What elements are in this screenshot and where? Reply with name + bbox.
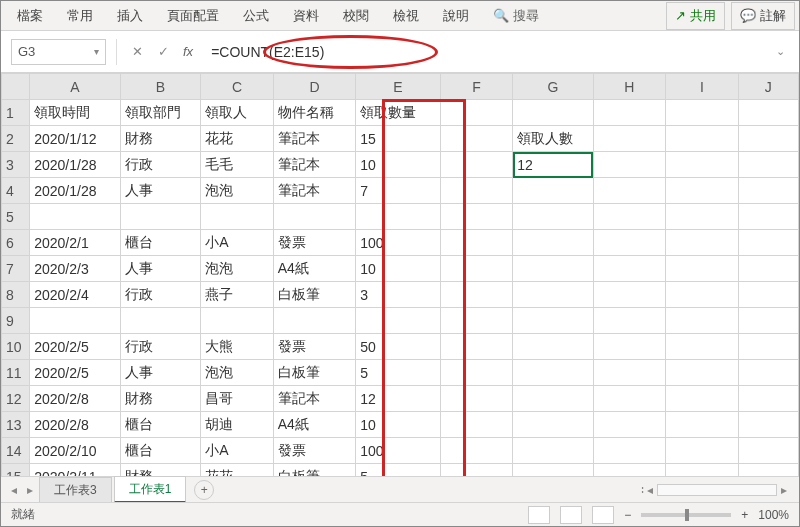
cell-F15[interactable] (440, 464, 512, 477)
cell-A5[interactable] (30, 204, 121, 230)
cell-G9[interactable] (513, 308, 594, 334)
cell-F4[interactable] (440, 178, 512, 204)
cell-A10[interactable]: 2020/2/5 (30, 334, 121, 360)
menu-home[interactable]: 常用 (55, 1, 105, 31)
name-box[interactable]: G3 ▾ (11, 39, 106, 65)
cell-B11[interactable]: 人事 (120, 360, 201, 386)
cell-E15[interactable]: 5 (356, 464, 441, 477)
cell-J12[interactable] (738, 386, 798, 412)
cell-F6[interactable] (440, 230, 512, 256)
cell-A13[interactable]: 2020/2/8 (30, 412, 121, 438)
cell-I3[interactable] (666, 152, 738, 178)
cell-I9[interactable] (666, 308, 738, 334)
cell-B3[interactable]: 行政 (120, 152, 201, 178)
row-header[interactable]: 14 (2, 438, 30, 464)
row-header[interactable]: 2 (2, 126, 30, 152)
cell-F7[interactable] (440, 256, 512, 282)
cell-E11[interactable]: 5 (356, 360, 441, 386)
cell-C4[interactable]: 泡泡 (201, 178, 273, 204)
cell-B12[interactable]: 財務 (120, 386, 201, 412)
cell-G8[interactable] (513, 282, 594, 308)
cell-F13[interactable] (440, 412, 512, 438)
cell-H5[interactable] (593, 204, 665, 230)
row-header[interactable]: 11 (2, 360, 30, 386)
cell-D6[interactable]: 發票 (273, 230, 356, 256)
col-header-H[interactable]: H (593, 74, 665, 100)
cell-E1[interactable]: 領取數量 (356, 100, 441, 126)
cell-C13[interactable]: 胡迪 (201, 412, 273, 438)
cell-J2[interactable] (738, 126, 798, 152)
cell-J11[interactable] (738, 360, 798, 386)
tab-nav-prev[interactable]: ◂ (7, 483, 21, 497)
cell-H9[interactable] (593, 308, 665, 334)
menu-review[interactable]: 校閱 (331, 1, 381, 31)
cell-E2[interactable]: 15 (356, 126, 441, 152)
cell-I13[interactable] (666, 412, 738, 438)
cell-J7[interactable] (738, 256, 798, 282)
cell-H15[interactable] (593, 464, 665, 477)
cell-F9[interactable] (440, 308, 512, 334)
row-header[interactable]: 1 (2, 100, 30, 126)
cell-B15[interactable]: 財務 (120, 464, 201, 477)
spreadsheet-grid[interactable]: A B C D E F G H I J 1領取時間領取部門領取人物件名稱領取數量… (1, 73, 799, 476)
cell-H6[interactable] (593, 230, 665, 256)
cell-G5[interactable] (513, 204, 594, 230)
row-header[interactable]: 8 (2, 282, 30, 308)
cell-A6[interactable]: 2020/2/1 (30, 230, 121, 256)
cell-J5[interactable] (738, 204, 798, 230)
share-button[interactable]: ↗ 共用 (666, 2, 725, 30)
cell-D5[interactable] (273, 204, 356, 230)
col-header-E[interactable]: E (356, 74, 441, 100)
cell-I4[interactable] (666, 178, 738, 204)
row-header[interactable]: 4 (2, 178, 30, 204)
cell-J8[interactable] (738, 282, 798, 308)
cell-I10[interactable] (666, 334, 738, 360)
cell-H1[interactable] (593, 100, 665, 126)
view-page-break-button[interactable] (592, 506, 614, 524)
accept-formula-button[interactable]: ✓ (153, 42, 173, 62)
cell-J10[interactable] (738, 334, 798, 360)
cell-F8[interactable] (440, 282, 512, 308)
cell-A9[interactable] (30, 308, 121, 334)
cell-J9[interactable] (738, 308, 798, 334)
cell-G4[interactable] (513, 178, 594, 204)
zoom-in-button[interactable]: + (741, 508, 748, 522)
cell-B6[interactable]: 櫃台 (120, 230, 201, 256)
cell-F5[interactable] (440, 204, 512, 230)
menu-help[interactable]: 說明 (431, 1, 481, 31)
cell-H12[interactable] (593, 386, 665, 412)
cell-F12[interactable] (440, 386, 512, 412)
cell-C6[interactable]: 小A (201, 230, 273, 256)
zoom-slider[interactable] (641, 513, 731, 517)
cell-G14[interactable] (513, 438, 594, 464)
cell-E12[interactable]: 12 (356, 386, 441, 412)
cell-G2[interactable]: 領取人數 (513, 126, 594, 152)
cell-I6[interactable] (666, 230, 738, 256)
cell-C15[interactable]: 花花 (201, 464, 273, 477)
cell-C10[interactable]: 大熊 (201, 334, 273, 360)
cell-A2[interactable]: 2020/1/12 (30, 126, 121, 152)
cell-G12[interactable] (513, 386, 594, 412)
cancel-formula-button[interactable]: ✕ (127, 42, 147, 62)
cell-D8[interactable]: 白板筆 (273, 282, 356, 308)
row-header[interactable]: 6 (2, 230, 30, 256)
cell-C8[interactable]: 燕子 (201, 282, 273, 308)
col-header-F[interactable]: F (440, 74, 512, 100)
cell-E14[interactable]: 100 (356, 438, 441, 464)
cell-H10[interactable] (593, 334, 665, 360)
cell-D9[interactable] (273, 308, 356, 334)
cell-H2[interactable] (593, 126, 665, 152)
cell-A4[interactable]: 2020/1/28 (30, 178, 121, 204)
cell-B13[interactable]: 櫃台 (120, 412, 201, 438)
cell-G13[interactable] (513, 412, 594, 438)
cell-G6[interactable] (513, 230, 594, 256)
cell-G3[interactable]: 12 (513, 152, 594, 178)
cell-E3[interactable]: 10 (356, 152, 441, 178)
cell-I14[interactable] (666, 438, 738, 464)
cell-E5[interactable] (356, 204, 441, 230)
cell-J3[interactable] (738, 152, 798, 178)
cell-C12[interactable]: 昌哥 (201, 386, 273, 412)
cell-G11[interactable] (513, 360, 594, 386)
menu-file[interactable]: 檔案 (5, 1, 55, 31)
cell-D12[interactable]: 筆記本 (273, 386, 356, 412)
